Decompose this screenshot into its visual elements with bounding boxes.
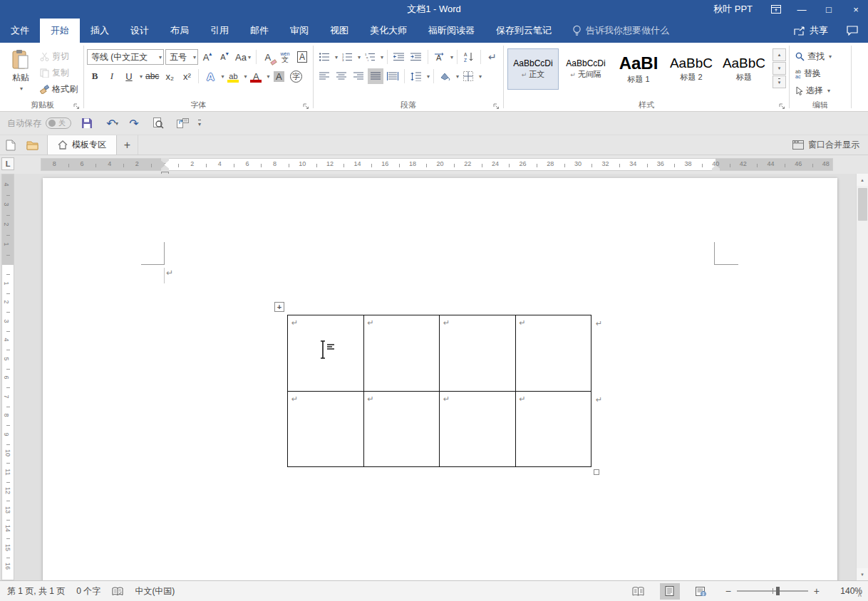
asian-layout-button[interactable]: A — [432, 49, 448, 65]
autosave-toggle[interactable]: 关 — [46, 117, 71, 129]
find-dropdown-arrow[interactable]: ▾ — [829, 53, 832, 60]
phonetic-guide-button[interactable]: wén 文 — [277, 49, 293, 65]
tab-save-to-cloud-note[interactable]: 保存到云笔记 — [485, 19, 562, 43]
maximize-button[interactable]: □ — [817, 0, 841, 19]
select-button[interactable]: 选择 ▾ — [792, 83, 835, 99]
align-left-button[interactable] — [316, 68, 332, 84]
tab-foxit-reader[interactable]: 福昕阅读器 — [418, 19, 485, 43]
style-normal[interactable]: AaBbCcDi ↵ 正文 — [507, 48, 559, 90]
shrink-font-button[interactable]: A▾ — [217, 49, 232, 65]
scrollbar-thumb[interactable] — [858, 188, 867, 221]
borders-dropdown-arrow[interactable]: ▾ — [479, 73, 482, 80]
sort-button[interactable]: AZ — [461, 49, 477, 65]
copy-button[interactable]: 复制 — [37, 65, 81, 81]
line-spacing-dropdown-arrow[interactable]: ▾ — [427, 73, 430, 80]
table-cell[interactable]: ↵ — [364, 392, 440, 468]
paste-button[interactable]: 粘贴 ▾ — [4, 46, 37, 99]
comments-button[interactable] — [837, 19, 868, 43]
numbering-button[interactable]: 123 — [339, 49, 355, 65]
clear-formatting-button[interactable]: A — [260, 49, 276, 65]
save-button[interactable] — [78, 115, 95, 132]
bold-button[interactable]: B — [87, 68, 103, 84]
zoom-track[interactable] — [737, 590, 808, 592]
document-table[interactable]: ↵ ↵ ↵ ↵ ↵ ↵ ↵ ↵ — [287, 315, 591, 467]
table-resize-handle[interactable] — [594, 469, 599, 475]
redo-button[interactable]: ↷ — [125, 115, 143, 132]
print-preview-button[interactable] — [150, 115, 167, 132]
horizontal-ruler[interactable]: 8642246810121416182022242628303234363840… — [41, 158, 833, 171]
read-mode-button[interactable] — [629, 583, 649, 600]
undo-dropdown-arrow[interactable]: ▾ — [115, 120, 118, 127]
new-tab-button[interactable]: + — [117, 135, 138, 155]
tab-insert[interactable]: 插入 — [80, 19, 120, 43]
table-cell[interactable]: ↵ — [288, 392, 364, 468]
line-spacing-button[interactable] — [408, 68, 424, 84]
bullets-button[interactable] — [316, 49, 332, 65]
bullets-dropdown-arrow[interactable]: ▾ — [335, 54, 338, 61]
style-no-spacing[interactable]: AaBbCcDi ↵ 无间隔 — [560, 48, 611, 90]
enclose-characters-button[interactable]: 字 — [288, 68, 304, 84]
distribute-button[interactable] — [385, 68, 401, 84]
zoom-thumb[interactable] — [776, 587, 780, 595]
clipboard-dialog-launcher[interactable] — [73, 103, 80, 110]
language-status[interactable]: 中文(中国) — [135, 585, 175, 597]
borders-button[interactable] — [460, 68, 476, 84]
character-border-button[interactable]: A — [294, 49, 310, 65]
paragraph-dialog-launcher[interactable] — [493, 103, 500, 110]
shading-button[interactable] — [438, 68, 453, 84]
font-dialog-launcher[interactable] — [303, 103, 309, 110]
highlight-color-button[interactable]: ab — [225, 68, 241, 84]
table-cell[interactable]: ↵ — [516, 315, 592, 392]
customize-qat-button[interactable]: ▾ — [198, 120, 201, 127]
format-painter-button[interactable]: 格式刷 — [37, 81, 81, 98]
table-move-handle[interactable]: + — [274, 302, 284, 312]
font-name-dropdown-arrow[interactable]: ▾ — [159, 54, 162, 61]
table-cell[interactable]: ↵ — [364, 315, 440, 392]
document-page[interactable]: ↵ + ↵ ↵ ↵ ↵ ↵ ↵ ↵ ↵ ↵ ↵ — [43, 178, 837, 580]
page-indicator[interactable]: 第 1 页, 共 1 页 — [7, 585, 65, 597]
font-name-combo[interactable]: 等线 (中文正文 ▾ — [87, 49, 164, 65]
align-center-button[interactable] — [334, 68, 349, 84]
styles-gallery-more-button[interactable]: ▾ — [773, 75, 786, 88]
tab-design[interactable]: 设计 — [120, 19, 160, 43]
change-case-button[interactable]: Aa▾ — [234, 49, 252, 65]
tab-file[interactable]: 文件 — [0, 19, 40, 43]
underline-button[interactable]: U — [121, 68, 137, 84]
numbering-dropdown-arrow[interactable]: ▾ — [358, 54, 361, 61]
ribbon-display-options-button[interactable] — [765, 0, 787, 19]
proofing-status[interactable] — [112, 587, 123, 596]
word-count[interactable]: 0 个字 — [76, 585, 100, 597]
underline-dropdown-arrow[interactable]: ▾ — [140, 73, 143, 80]
paste-dropdown-arrow[interactable]: ▾ — [20, 85, 23, 92]
styles-dialog-launcher[interactable] — [779, 103, 785, 110]
select-dropdown-arrow[interactable]: ▾ — [827, 88, 830, 94]
font-color-button[interactable]: A — [248, 68, 264, 84]
vertical-scrollbar[interactable]: ▴ ▾ — [856, 174, 868, 580]
highlight-dropdown-arrow[interactable]: ▾ — [244, 73, 247, 80]
scroll-up-button[interactable]: ▴ — [857, 174, 868, 186]
multilevel-list-button[interactable]: 1ai — [362, 49, 378, 65]
zoom-out-button[interactable]: − — [725, 585, 731, 597]
style-title[interactable]: AaBbC 标题 — [718, 48, 770, 90]
replace-button[interactable]: ab ac 替换 — [792, 66, 835, 82]
account-name[interactable]: 秋叶 PPT — [713, 3, 753, 16]
scroll-down-button[interactable]: ▾ — [857, 568, 868, 580]
table-cell[interactable]: ↵ — [440, 315, 516, 392]
new-document-button[interactable] — [0, 135, 21, 155]
collapse-ribbon-button[interactable]: ∧ — [857, 590, 862, 598]
font-color-dropdown-arrow[interactable]: ▾ — [267, 73, 269, 80]
tab-layout[interactable]: 布局 — [160, 19, 200, 43]
open-folder-button[interactable] — [21, 135, 43, 155]
styles-scroll-up-button[interactable]: ▴ — [773, 48, 786, 61]
table-cell[interactable]: ↵ — [440, 392, 516, 468]
grow-font-button[interactable]: A▴ — [200, 49, 215, 65]
asian-layout-dropdown-arrow[interactable]: ▾ — [450, 54, 453, 61]
decrease-indent-button[interactable] — [391, 49, 407, 65]
tab-home[interactable]: 开始 — [40, 19, 80, 43]
zoom-slider[interactable]: − + — [725, 585, 820, 597]
subscript-button[interactable]: x₂ — [162, 68, 177, 84]
cut-button[interactable]: 剪切 — [37, 48, 81, 65]
character-shading-button[interactable]: A — [271, 68, 286, 84]
send-document-button[interactable] — [174, 115, 191, 132]
text-effects-button[interactable]: A — [202, 68, 218, 84]
